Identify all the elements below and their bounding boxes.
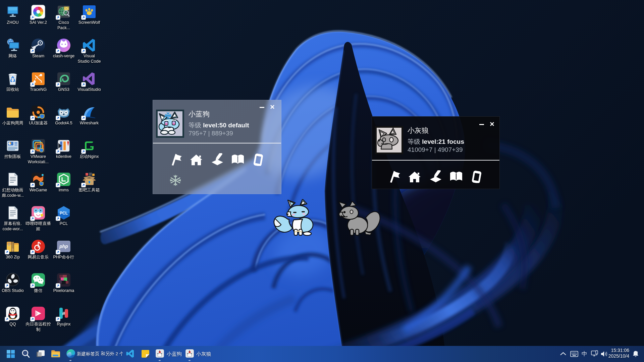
svg-text:z: z bbox=[637, 351, 638, 354]
svg-text:#: # bbox=[62, 310, 65, 316]
svg-text:PCL: PCL bbox=[60, 211, 68, 216]
svg-text:php: php bbox=[59, 244, 68, 249]
svg-text:ZIP: ZIP bbox=[8, 244, 11, 246]
